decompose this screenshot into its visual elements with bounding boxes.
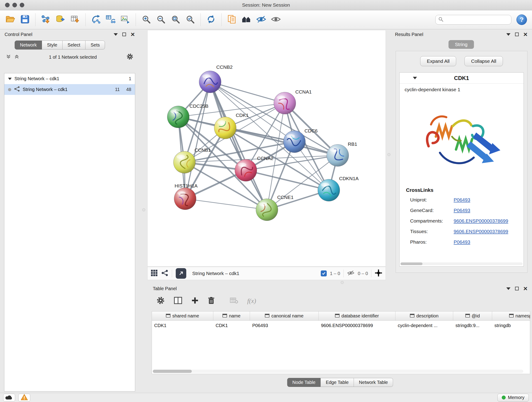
network-edge[interactable] [210,82,267,210]
delete-column-trash-icon[interactable] [208,297,215,305]
show-graphics-details-button[interactable] [269,13,283,27]
panel-menu-icon[interactable] [506,33,510,36]
vertical-splitter-handle[interactable] [142,208,145,211]
horizontal-splitter-handle[interactable] [341,281,344,284]
import-table-button[interactable] [69,13,82,27]
panel-float-icon[interactable] [122,32,126,36]
network-options-gear-icon[interactable] [127,53,133,61]
column-header[interactable]: database identifier [319,312,395,321]
import-network-file-button[interactable] [39,13,52,27]
network-node-CCNA2[interactable] [235,159,257,181]
network-node-CDC25B[interactable] [167,106,189,128]
open-session-button[interactable] [4,13,17,27]
zoom-selected-button[interactable] [184,13,197,27]
network-item-row[interactable]: String Network – cdk1 11 48 [4,84,135,95]
search-field[interactable] [435,15,511,25]
network-canvas[interactable]: CCNB2CCNA1CDC25BCDK1CDC6RB1CCNB1CCNA2CDK… [147,30,386,267]
import-network-database-button[interactable] [54,13,67,27]
show-columns-icon[interactable] [174,297,182,305]
network-node-CCNE1[interactable] [256,199,278,221]
crosslink-link[interactable]: 9606.ENSP00000378699 [454,229,508,234]
network-edge[interactable] [185,82,210,199]
zoom-fit-button[interactable] [169,13,182,27]
network-node-CCNA1[interactable] [274,92,296,114]
panel-menu-icon[interactable] [114,33,118,36]
collection-expander-icon[interactable] [8,78,12,80]
network-from-selection-button[interactable] [89,13,103,27]
crosslink-link[interactable]: P06493 [454,197,470,203]
network-node-CDKN1A[interactable] [318,179,340,201]
minimize-window-button[interactable] [12,3,17,7]
crosslink-link[interactable]: P06493 [454,239,470,245]
network-node-CDK1[interactable] [214,117,236,139]
tab-edge-table[interactable]: Edge Table [321,378,354,387]
cloud-status-button[interactable] [3,394,15,402]
network-node-CCNB2[interactable] [199,71,221,93]
grid-view-icon[interactable] [151,269,158,277]
table-cell[interactable]: CDK1 [213,321,250,330]
crosslink-link[interactable]: 9606.ENSP00000378699 [454,218,508,224]
network-edge[interactable] [185,199,267,210]
close-window-button[interactable] [5,3,10,7]
tab-sets[interactable]: Sets [85,41,105,50]
column-header[interactable]: namespace [492,312,530,321]
zoom-out-button[interactable] [154,13,167,27]
birds-eye-view-button[interactable] [240,13,253,27]
table-cell[interactable]: stringdb:9... [453,321,492,330]
add-column-plus-icon[interactable] [191,297,199,305]
expand-all-networks-icon[interactable] [14,54,19,60]
copy-annotation-button[interactable] [225,13,239,27]
selected-nodes-checkbox-icon[interactable] [321,270,327,276]
memory-button[interactable]: Memory [497,394,529,402]
network-node-CCNB1[interactable] [173,151,196,173]
function-builder-icon[interactable]: f(x) [247,297,256,305]
refresh-layout-button[interactable] [204,13,218,27]
detach-view-button[interactable] [176,268,186,279]
table-cell[interactable]: cyclin-dependent ... [395,321,453,330]
table-cell[interactable]: stringdb [492,321,530,330]
zoom-in-button[interactable] [139,13,153,27]
table-cell[interactable]: P06493 [250,321,319,330]
network-node-CDC6[interactable] [283,131,305,153]
table-cell[interactable]: CDK1 [152,321,213,330]
gene-card-header[interactable]: CDK1 [399,73,524,84]
gene-card-expander-icon[interactable] [413,77,417,79]
fit-content-crosshair-icon[interactable] [375,269,382,278]
tab-network[interactable]: Network [15,41,42,50]
column-header[interactable]: canonical name [250,312,319,321]
warnings-button[interactable] [18,394,30,402]
zoom-window-button[interactable] [20,3,24,7]
search-input[interactable] [445,17,508,22]
results-horizontal-scrollbar[interactable] [400,262,523,265]
panel-float-icon[interactable] [515,32,519,36]
column-header[interactable]: @id [453,312,492,321]
panel-menu-icon[interactable] [506,287,510,290]
column-header[interactable]: name [213,312,250,321]
hide-selected-button[interactable] [254,13,268,27]
canvas-results-splitter-handle[interactable] [387,153,390,156]
column-header[interactable]: description [395,312,453,321]
table-row[interactable]: CDK1CDK1P064939606.ENSP00000378699cyclin… [152,321,530,330]
panel-close-icon[interactable]: × [523,286,527,291]
network-edge[interactable] [246,170,329,190]
help-button[interactable]: ? [516,14,527,25]
table-horizontal-scrollbar[interactable] [153,370,523,373]
collapse-all-networks-icon[interactable] [6,54,11,60]
save-session-button[interactable] [18,13,32,27]
tab-select[interactable]: Select [63,41,86,50]
tab-node-table[interactable]: Node Table [287,378,321,387]
hidden-eye-slash-icon[interactable] [347,270,355,277]
network-node-RB1[interactable] [327,144,349,166]
export-image-button[interactable] [119,13,132,27]
column-header[interactable]: shared name [152,312,213,321]
network-from-table-button[interactable] [104,13,117,27]
tab-network-table[interactable]: Network Table [354,378,393,387]
network-graph[interactable]: CCNB2CCNA1CDC25BCDK1CDC6RB1CCNB1CCNA2CDK… [147,30,386,266]
crosslink-link[interactable]: P06493 [454,208,470,213]
table-settings-gear-icon[interactable] [157,296,165,306]
collapse-all-button[interactable]: Collapse All [464,56,503,66]
panel-float-icon[interactable] [515,287,519,290]
table-cell[interactable]: 9606.ENSP00000378699 [319,321,395,330]
network-share-icon[interactable] [161,269,168,277]
network-collection-row[interactable]: String Network – cdk1 1 [4,73,135,84]
